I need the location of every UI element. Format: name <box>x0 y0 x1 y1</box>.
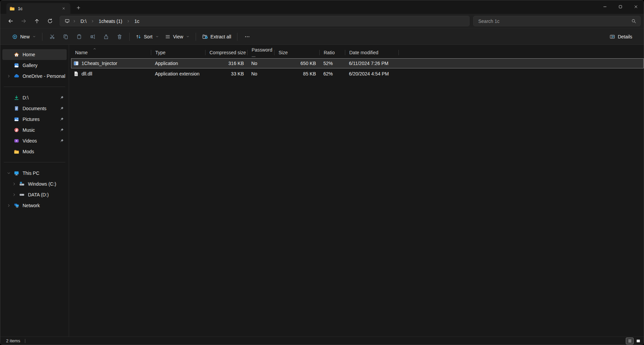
up-button[interactable] <box>31 16 42 27</box>
address-bar[interactable]: D:\1cheats (1)1c <box>60 16 470 26</box>
rename-button[interactable] <box>86 31 99 42</box>
search-box[interactable]: Search 1c <box>473 16 641 26</box>
view-button[interactable]: View <box>162 31 193 42</box>
sidebar-item-documents[interactable]: Documents <box>2 103 67 114</box>
details-pane-icon <box>610 34 615 39</box>
sidebar-item-onedrive-personal[interactable]: OneDrive - Personal <box>2 71 67 82</box>
sidebar-item-gallery[interactable]: Gallery <box>2 60 67 71</box>
extract-all-label: Extract all <box>211 34 231 39</box>
extract-folder-icon <box>202 34 208 39</box>
navigation-pane: HomeGalleryOneDrive - PersonalD:\Documen… <box>0 45 69 337</box>
column-header-name[interactable]: Name <box>71 48 151 58</box>
rename-icon <box>90 34 95 39</box>
pin-icon <box>58 139 66 143</box>
status-divider <box>25 339 25 343</box>
sidebar-separator <box>4 162 65 162</box>
column-header-size[interactable]: Size <box>275 48 320 58</box>
breadcrumb-item[interactable]: 1cheats (1) <box>97 18 124 25</box>
column-header-ratio[interactable]: Ratio <box>320 48 345 58</box>
column-header-type[interactable]: Type <box>151 48 205 58</box>
sidebar-item-label: Documents <box>23 106 58 111</box>
maximize-button[interactable] <box>613 0 628 13</box>
breadcrumb-chevron-icon[interactable] <box>91 19 95 23</box>
chevron-right-icon[interactable] <box>10 182 18 186</box>
sidebar-item-this-pc[interactable]: This PC <box>2 168 67 179</box>
search-icon <box>631 19 636 24</box>
thumbnail-view-toggle[interactable] <box>634 338 642 344</box>
more-options-button[interactable] <box>240 31 254 42</box>
breadcrumb-item[interactable]: D:\ <box>78 18 89 25</box>
sidebar-item-network[interactable]: Network <box>2 200 67 211</box>
pin-icon <box>58 128 66 132</box>
breadcrumb-item[interactable]: 1c <box>132 18 141 25</box>
column-header-label: Type <box>155 50 165 55</box>
onedrive-icon <box>12 73 21 79</box>
copy-button[interactable] <box>59 31 72 42</box>
column-header-label: Compressed size <box>210 50 246 55</box>
chevron-down-icon[interactable] <box>5 171 12 175</box>
cell-name: 1Cheats_Injector <box>71 61 152 66</box>
toolbar-separator <box>42 33 42 41</box>
gallery-icon <box>12 63 21 68</box>
chevron-right-icon[interactable] <box>10 193 18 197</box>
table-row-1cheats-injector[interactable]: 1Cheats_InjectorApplication316 KBNo650 K… <box>71 58 644 68</box>
sidebar-item-windows-c[interactable]: Windows (C:) <box>2 179 67 189</box>
sidebar-item-videos[interactable]: Videos <box>2 135 67 146</box>
share-button[interactable] <box>99 31 113 42</box>
sidebar-item-d[interactable]: D:\ <box>2 92 67 103</box>
sidebar-item-home[interactable]: Home <box>2 49 67 60</box>
extract-all-button[interactable]: Extract all <box>199 31 234 42</box>
paste-button[interactable] <box>72 31 86 42</box>
pin-icon <box>58 106 66 111</box>
column-header-date-modified[interactable]: Date modified <box>345 48 399 58</box>
tab-close-button[interactable] <box>60 5 67 12</box>
sidebar-item-label: Mods <box>23 149 67 154</box>
cell-password: No <box>248 71 275 76</box>
sidebar-item-label: Windows (C:) <box>28 181 67 187</box>
cut-button[interactable] <box>45 31 59 42</box>
sort-ascending-icon <box>93 47 97 51</box>
new-button[interactable]: New <box>9 31 39 42</box>
back-button[interactable] <box>5 16 16 27</box>
close-icon <box>62 6 66 10</box>
sidebar-item-label: This PC <box>23 170 67 176</box>
refresh-button[interactable] <box>44 16 55 27</box>
column-header-password[interactable]: Password ... <box>248 48 275 58</box>
home-icon <box>12 52 21 57</box>
breadcrumb-chevron-icon[interactable] <box>126 19 130 23</box>
details-view-toggle[interactable] <box>626 338 634 344</box>
drive-icon <box>18 192 26 197</box>
column-header-compressed-size[interactable]: Compressed size <box>205 48 248 58</box>
chevron-right-icon[interactable] <box>5 74 12 78</box>
documents-icon <box>12 106 21 111</box>
minimize-button[interactable] <box>597 0 613 13</box>
delete-button[interactable] <box>113 31 126 42</box>
new-tab-button[interactable] <box>74 3 83 12</box>
list-view-icon <box>627 339 632 343</box>
plus-icon <box>76 5 81 10</box>
view-label: View <box>173 34 183 39</box>
sidebar-item-music[interactable]: Music <box>2 125 67 135</box>
app-file-icon <box>73 61 79 66</box>
explorer-tab[interactable]: 1c <box>6 3 70 14</box>
sort-label: Sort <box>144 34 153 39</box>
network-icon <box>12 203 21 208</box>
chevron-right-icon[interactable] <box>5 203 12 208</box>
table-row-dll-dll[interactable]: dll.dllApplication extension33 KBNo85 KB… <box>71 69 644 79</box>
details-pane-button[interactable]: Details <box>607 31 635 42</box>
column-header-label: Size <box>279 50 288 55</box>
sidebar-item-pictures[interactable]: Pictures <box>2 114 67 125</box>
forward-button[interactable] <box>18 16 29 27</box>
windows-drive-icon <box>18 181 26 187</box>
details-label: Details <box>618 34 632 39</box>
close-button[interactable] <box>628 0 644 13</box>
file-list-area[interactable]: NameTypeCompressed sizePassword ...SizeR… <box>69 45 644 337</box>
sidebar-item-mods[interactable]: Mods <box>2 146 67 157</box>
sidebar-item-data-d[interactable]: DATA (D:) <box>2 189 67 200</box>
breadcrumb-chevron-icon[interactable] <box>72 19 76 23</box>
column-header-row: NameTypeCompressed sizePassword ...SizeR… <box>71 48 644 58</box>
navigation-bar: D:\1cheats (1)1c Search 1c <box>0 14 644 29</box>
sort-button[interactable]: Sort <box>133 31 162 42</box>
sort-icon <box>136 34 141 39</box>
chevron-down-icon <box>186 35 190 38</box>
